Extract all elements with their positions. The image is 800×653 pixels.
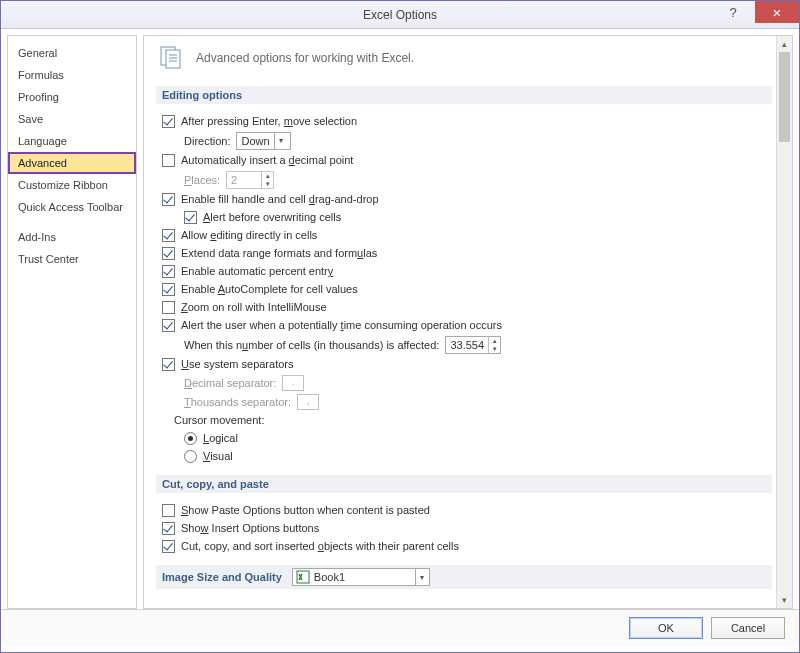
select-workbook[interactable]: Book1 ▾: [292, 568, 430, 586]
label-cells-affected: When this number of cells (in thousands)…: [184, 339, 439, 351]
label-auto-percent: Enable automatic percent entry: [181, 265, 333, 277]
checkbox-sort-objects[interactable]: [162, 540, 175, 553]
checkbox-extend-range[interactable]: [162, 247, 175, 260]
select-direction[interactable]: Down ▾: [236, 132, 290, 150]
sidebar-item-advanced[interactable]: Advanced: [8, 152, 136, 174]
sidebar-item-addins[interactable]: Add-Ins: [8, 226, 136, 248]
checkbox-fill-handle[interactable]: [162, 193, 175, 206]
radio-logical[interactable]: [184, 432, 197, 445]
close-button[interactable]: ×: [755, 1, 799, 23]
label-fill-handle: Enable fill handle and cell drag-and-dro…: [181, 193, 379, 205]
label-direction: Direction:: [184, 135, 230, 147]
label-use-separators: Use system separators: [181, 358, 294, 370]
window-controls: ? ×: [711, 1, 799, 23]
select-direction-value: Down: [241, 135, 269, 147]
svg-rect-1: [166, 50, 180, 68]
spin-up-icon[interactable]: ▴: [489, 337, 500, 345]
checkbox-allow-edit[interactable]: [162, 229, 175, 242]
checkbox-alert-overwrite[interactable]: [184, 211, 197, 224]
titlebar: Excel Options ? ×: [1, 1, 799, 29]
content-panel: Advanced options for working with Excel.…: [143, 35, 793, 609]
checkbox-show-insert[interactable]: [162, 522, 175, 535]
spinner-cells-affected[interactable]: 33.554 ▴▾: [445, 336, 501, 354]
pages-icon: [158, 44, 186, 72]
label-extend-range: Extend data range formats and formulas: [181, 247, 377, 259]
label-places: Places:: [184, 174, 220, 186]
label-show-paste: Show Paste Options button when content i…: [181, 504, 430, 516]
label-after-enter: After pressing Enter, move selection: [181, 115, 357, 127]
chevron-down-icon: ▾: [415, 569, 429, 585]
svg-rect-5: [297, 571, 309, 583]
section-ccp: Cut, copy, and paste: [156, 475, 772, 493]
spinner-cells-value: 33.554: [446, 337, 488, 353]
label-thou-sep: Thousands separator:: [184, 396, 291, 408]
section-image: Image Size and Quality Book1 ▾: [156, 565, 772, 589]
checkbox-alert-time[interactable]: [162, 319, 175, 332]
page-header: Advanced options for working with Excel.: [158, 44, 772, 72]
scroll-down-icon[interactable]: ▾: [777, 592, 792, 608]
spin-down-icon[interactable]: ▾: [489, 345, 500, 353]
label-show-insert: Show Insert Options buttons: [181, 522, 319, 534]
label-allow-edit: Allow editing directly in cells: [181, 229, 317, 241]
main-area: General Formulas Proofing Save Language …: [1, 29, 799, 609]
sidebar-item-save[interactable]: Save: [8, 108, 136, 130]
select-workbook-value: Book1: [314, 571, 345, 583]
window-title: Excel Options: [363, 8, 437, 22]
help-button[interactable]: ?: [711, 1, 755, 23]
radio-visual[interactable]: [184, 450, 197, 463]
label-autocomplete: Enable AutoComplete for cell values: [181, 283, 358, 295]
scroll-thumb[interactable]: [779, 52, 790, 142]
checkbox-auto-decimal[interactable]: [162, 154, 175, 167]
label-dec-sep: Decimal separator:: [184, 377, 276, 389]
dialog-footer: OK Cancel: [1, 609, 799, 645]
section-image-title: Image Size and Quality: [162, 571, 282, 583]
sidebar-item-language[interactable]: Language: [8, 130, 136, 152]
label-logical: Logical: [203, 432, 238, 444]
input-dec-sep: .: [282, 375, 304, 391]
scroll-up-icon[interactable]: ▴: [777, 36, 792, 52]
label-visual: Visual: [203, 450, 233, 462]
checkbox-after-enter[interactable]: [162, 115, 175, 128]
label-alert-time: Alert the user when a potentially time c…: [181, 319, 502, 331]
label-sort-objects: Cut, copy, and sort inserted objects wit…: [181, 540, 459, 552]
sidebar-item-formulas[interactable]: Formulas: [8, 64, 136, 86]
checkbox-zoom-intelli[interactable]: [162, 301, 175, 314]
label-auto-decimal: Automatically insert a decimal point: [181, 154, 353, 166]
sidebar-item-quick-access[interactable]: Quick Access Toolbar: [8, 196, 136, 218]
cancel-button[interactable]: Cancel: [711, 617, 785, 639]
checkbox-auto-percent[interactable]: [162, 265, 175, 278]
sidebar-item-proofing[interactable]: Proofing: [8, 86, 136, 108]
section-editing: Editing options: [156, 86, 772, 104]
ok-button[interactable]: OK: [629, 617, 703, 639]
content-scroll: Advanced options for working with Excel.…: [144, 36, 776, 608]
spinner-places-value: 2: [227, 172, 261, 188]
sidebar: General Formulas Proofing Save Language …: [7, 35, 137, 609]
sidebar-item-customize-ribbon[interactable]: Customize Ribbon: [8, 174, 136, 196]
label-zoom-intelli: Zoom on roll with IntelliMouse: [181, 301, 327, 313]
label-cursor-movement: Cursor movement:: [174, 414, 264, 426]
vertical-scrollbar[interactable]: ▴ ▾: [776, 36, 792, 608]
chevron-down-icon: ▾: [274, 133, 288, 149]
checkbox-use-separators[interactable]: [162, 358, 175, 371]
checkbox-show-paste[interactable]: [162, 504, 175, 517]
excel-doc-icon: [296, 570, 310, 584]
sidebar-item-trust-center[interactable]: Trust Center: [8, 248, 136, 270]
checkbox-autocomplete[interactable]: [162, 283, 175, 296]
page-header-text: Advanced options for working with Excel.: [196, 51, 414, 65]
label-alert-overwrite: Alert before overwriting cells: [203, 211, 341, 223]
sidebar-item-general[interactable]: General: [8, 42, 136, 64]
spinner-places: 2 ▴▾: [226, 171, 274, 189]
input-thou-sep: ,: [297, 394, 319, 410]
